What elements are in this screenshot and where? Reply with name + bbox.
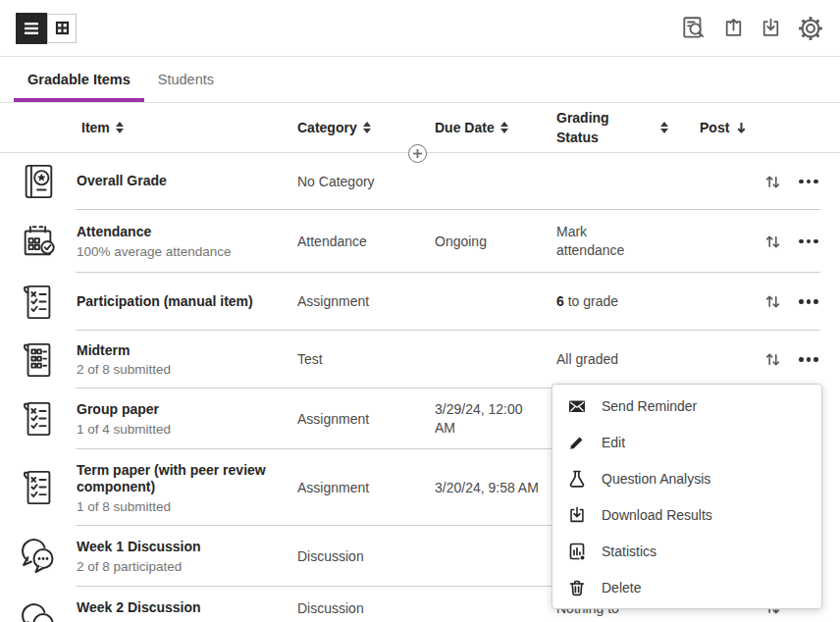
item-category: Assignment [297,410,435,429]
sort-down-icon [735,121,748,134]
ellipsis-icon [799,180,818,184]
view-switcher [16,13,77,44]
move-row-button[interactable] [754,351,791,368]
column-header-category[interactable]: Category [297,120,435,135]
item-due-date: 3/20/24, 9:58 AM [435,479,556,497]
item-title[interactable]: Midterm [77,342,297,360]
menu-item-statistics[interactable]: Statistics [552,533,821,569]
tab-gradable-items[interactable]: Gradable Items [14,57,144,102]
flask-icon [567,469,587,489]
move-updown-icon [764,293,781,310]
menu-item-question-analysis[interactable]: Question Analysis [552,460,821,496]
list-view-button[interactable] [16,13,47,44]
toolbar-actions [680,15,824,42]
item-title[interactable]: Overall Grade [77,173,297,190]
column-header-item[interactable]: Item [77,120,297,135]
pencil-icon [567,433,587,452]
ellipsis-icon [799,299,818,304]
item-grading-status: All graded [556,350,658,369]
attendance-icon [20,221,57,262]
assignment-icon [20,398,57,440]
item-category: Test [297,350,435,369]
grid-view-button[interactable] [47,14,77,43]
download-icon [567,505,587,525]
item-title[interactable]: Group paper [77,401,297,419]
item-subtitle: 2 of 8 participated [77,559,297,574]
ellipsis-icon [799,239,818,244]
sort-icon [363,122,371,133]
item-category: Assignment [297,292,435,311]
menu-item-download-results[interactable]: Download Results [552,496,821,533]
item-due-date: Ongoing [435,233,556,251]
item-category: Assignment [297,479,435,497]
item-subtitle: 100% average attendance [77,244,297,259]
test-icon [20,339,57,381]
tab-label: Students [158,72,214,87]
item-subtitle: 1 of 4 submitted [77,422,297,437]
statistics-icon [567,542,587,561]
menu-item-delete[interactable]: Delete [552,569,821,605]
item-due-date: 3/29/24, 12:00 AM [435,400,556,438]
menu-item-send-reminder[interactable]: Send Reminder [552,388,821,424]
more-options-button[interactable] [791,180,840,184]
item-title[interactable]: Week 2 Discussion [77,599,297,617]
tab-students[interactable]: Students [144,57,228,102]
grid-view-icon [55,21,70,35]
list-view-icon [24,22,39,35]
item-grading-status: 6 to grade [556,292,658,311]
item-subtitle: 2 of 8 submitted [77,362,297,377]
assignment-icon [20,282,57,323]
table-row: Participation (manual item) Assignment 6… [0,273,840,331]
item-title[interactable]: Term paper (with peer review component) [77,462,297,496]
more-options-button[interactable] [791,239,840,244]
move-row-button[interactable] [754,233,791,250]
column-header-due-date[interactable]: Due Date [435,120,556,135]
move-updown-icon [764,174,781,190]
download-button[interactable] [760,17,782,39]
download-icon [760,17,782,39]
upload-button[interactable] [722,17,745,39]
assignment-icon [20,467,57,508]
tab-bar: Gradable Items Students [0,57,840,103]
table-row: Midterm 2 of 8 submitted Test All graded [0,331,840,389]
search-document-icon [680,15,708,42]
item-category: Discussion [297,587,435,618]
more-options-button[interactable] [791,299,840,304]
item-category: Discussion [297,547,435,566]
item-due-date [435,587,556,599]
item-title[interactable]: Week 1 Discussion [77,539,297,556]
settings-button[interactable] [797,15,824,42]
move-updown-icon [764,233,781,250]
discussion-icon [19,599,58,622]
item-title[interactable]: Participation (manual item) [77,293,297,311]
sort-icon [660,122,668,133]
item-category: No Category [297,173,435,191]
discussion-icon [19,535,58,578]
settings-gear-icon [797,15,824,42]
item-category: Attendance [297,233,435,251]
column-header-grading-status[interactable]: Grading Status [556,108,700,148]
move-row-button[interactable] [754,174,791,190]
gradebook-icon [20,161,57,202]
upload-icon [722,17,745,39]
sort-icon [500,122,508,133]
item-context-menu: Send Reminder Edit Question Analysis Dow… [551,384,822,609]
search-document-button[interactable] [680,15,708,42]
item-subtitle: 1 of 8 submitted [77,499,297,514]
move-row-button[interactable] [754,293,791,310]
sort-icon [116,122,124,133]
item-grading-status: Mark attendance [556,223,658,260]
item-title[interactable]: Attendance [77,224,297,241]
trash-icon [567,578,587,597]
move-updown-icon [764,351,781,368]
add-item-button[interactable] [408,144,427,163]
menu-item-edit[interactable]: Edit [552,424,821,460]
column-header-post[interactable]: Post [700,120,754,135]
tab-label: Gradable Items [27,72,131,87]
envelope-icon [567,396,587,416]
top-toolbar [0,0,840,57]
gradebook-page: Gradable Items Students Item Category Du… [0,0,840,622]
more-options-button[interactable] [791,357,840,362]
plus-icon [412,148,423,159]
table-row: Attendance 100% average attendance Atten… [0,210,840,273]
